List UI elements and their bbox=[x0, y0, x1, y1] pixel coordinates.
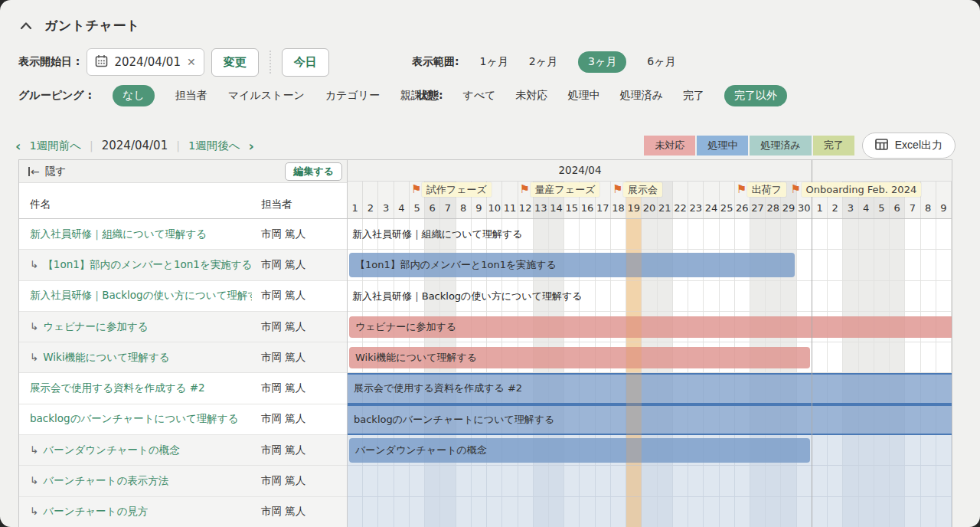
prev-week-chevron-icon[interactable]: ‹ bbox=[15, 138, 21, 154]
day-cell bbox=[843, 497, 858, 527]
issue-title-link[interactable]: ↳バーンダウンチャートの概念 bbox=[30, 444, 180, 457]
issue-title-link[interactable]: 新入社員研修｜組織について理解する bbox=[30, 227, 207, 241]
day-header-cell: 2 bbox=[363, 199, 378, 218]
milestone-label-3[interactable]: 出荷フ bbox=[747, 182, 786, 197]
assignee-name: 市岡 篤人 bbox=[261, 412, 305, 426]
grouping-option-3[interactable]: カテゴリー bbox=[325, 89, 380, 103]
day-cell bbox=[905, 281, 920, 312]
day-cell bbox=[626, 497, 642, 527]
grouping-option-1[interactable]: 担当者 bbox=[175, 89, 207, 103]
start-date-input[interactable]: 2024/04/01 ✕ bbox=[87, 48, 204, 76]
column-header-assignee: 担当者 bbox=[261, 198, 292, 211]
day-cell bbox=[394, 497, 410, 527]
day-cell bbox=[596, 281, 611, 312]
status-option-3[interactable]: 処理済み bbox=[620, 89, 663, 103]
issue-title-link[interactable]: 展示会で使用する資料を作成する #2 bbox=[30, 381, 205, 395]
edit-button[interactable]: 編集する bbox=[285, 162, 342, 181]
issue-label-in-chart: 新入社員研修｜Backlogの使い方について理解する bbox=[352, 290, 583, 303]
today-button[interactable]: 今日 bbox=[282, 48, 329, 77]
task-bar-6[interactable]: backlogのバーンチャートについて理解する bbox=[348, 404, 952, 435]
milestone-flag-icon[interactable]: ⚑ bbox=[411, 182, 421, 197]
status-option-1[interactable]: 未対応 bbox=[516, 89, 548, 103]
status-option-5[interactable]: 完了以外 bbox=[724, 85, 787, 106]
day-cell bbox=[425, 497, 440, 527]
day-cell bbox=[534, 219, 549, 250]
issue-title-link[interactable]: backlogのバーンチャートについて理解する bbox=[30, 412, 238, 426]
clear-date-icon[interactable]: ✕ bbox=[187, 56, 196, 68]
milestone-label-0[interactable]: 試作フェーズ bbox=[422, 182, 492, 197]
gantt-chart-panel: ガントチャート 表示開始日 : 2024/04/01 ✕ 変更 今日 表示範囲:… bbox=[0, 0, 980, 527]
range-option-0[interactable]: 1ヶ月 bbox=[480, 55, 508, 69]
day-header-cell: 7 bbox=[905, 199, 920, 218]
issue-title-link[interactable]: 新入社員研修｜Backlogの使い方について理解する bbox=[30, 289, 252, 303]
next-week-chevron-icon[interactable]: › bbox=[248, 138, 253, 154]
milestone-label-4[interactable]: Onboarding Feb. 2024 bbox=[802, 182, 922, 197]
day-cell bbox=[348, 466, 363, 496]
day-cell bbox=[688, 497, 704, 527]
day-header-cell: 3 bbox=[843, 199, 858, 218]
day-cell bbox=[766, 219, 781, 250]
issue-title-link[interactable]: ↳ウェビナーに参加する bbox=[30, 320, 149, 334]
day-header-cell bbox=[394, 182, 410, 199]
day-cell bbox=[797, 497, 812, 527]
grouping-option-2[interactable]: マイルストーン bbox=[228, 89, 305, 103]
issue-title-link[interactable]: ↳バーンチャートの表示方法 bbox=[30, 474, 168, 488]
grouping-option-0[interactable]: なし bbox=[113, 85, 155, 106]
day-cell bbox=[890, 219, 905, 250]
next-week-link[interactable]: 1週間後へ bbox=[188, 139, 240, 153]
day-cell bbox=[394, 466, 410, 496]
prev-week-link[interactable]: 1週間前へ bbox=[29, 139, 81, 153]
task-bar-5[interactable]: 展示会で使用する資料を作成する #2 bbox=[348, 373, 952, 404]
day-cell bbox=[658, 219, 673, 250]
day-cell bbox=[642, 219, 657, 250]
day-cell bbox=[859, 435, 874, 466]
hide-panel-button[interactable]: ← 隠す bbox=[28, 165, 66, 178]
status-option-0[interactable]: すべて bbox=[463, 89, 496, 103]
milestone-label-1[interactable]: 量産フェーズ bbox=[531, 182, 600, 197]
day-cell bbox=[410, 497, 425, 527]
range-filter-group: 表示範囲: 1ヶ月2ヶ月3ヶ月6ヶ月 bbox=[412, 47, 676, 77]
gantt-row-2: 新入社員研修｜Backlogの使い方について理解する bbox=[348, 281, 952, 312]
issue-list-panel: ← 隠す 編集する 件名 担当者 新入社員研修｜組織について理解する市岡 篤人↳… bbox=[19, 160, 348, 527]
day-cell bbox=[874, 219, 890, 250]
task-bar-3[interactable]: ウェビナーに参加する bbox=[349, 316, 952, 338]
status-option-4[interactable]: 完了 bbox=[683, 89, 704, 103]
gantt-row-5: 展示会で使用する資料を作成する #2 bbox=[348, 373, 952, 404]
day-cell bbox=[440, 497, 456, 527]
collapse-chevron-icon[interactable] bbox=[20, 21, 32, 30]
status-legend: 未対応処理中処理済み完了 bbox=[644, 136, 854, 155]
day-cell bbox=[828, 435, 843, 466]
day-header-cell: 11 bbox=[502, 199, 518, 218]
task-bar-4[interactable]: Wiki機能について理解する bbox=[349, 347, 810, 368]
issue-title-link[interactable]: ↳Wiki機能について理解する bbox=[30, 351, 170, 365]
day-cell bbox=[611, 497, 626, 527]
legend-chip-0: 未対応 bbox=[644, 136, 695, 155]
nav-divider: | bbox=[90, 139, 93, 152]
day-cell bbox=[596, 219, 611, 250]
milestone-flag-icon[interactable]: ⚑ bbox=[612, 182, 622, 197]
day-header-cell bbox=[378, 182, 394, 199]
day-header-cell bbox=[688, 182, 704, 199]
day-header-cell: 17 bbox=[596, 199, 611, 218]
milestone-flag-icon[interactable]: ⚑ bbox=[791, 182, 801, 197]
excel-export-button[interactable]: Excel出力 bbox=[862, 133, 956, 159]
day-cell bbox=[890, 342, 905, 373]
milestone-flag-icon[interactable]: ⚑ bbox=[737, 182, 746, 197]
task-bar-1[interactable]: 【1on1】部内のメンバーと1on1を実施する bbox=[349, 253, 795, 277]
day-cell bbox=[905, 497, 920, 527]
day-cell bbox=[673, 497, 688, 527]
status-option-2[interactable]: 処理中 bbox=[568, 89, 600, 103]
issue-title-link[interactable]: ↳【1on1】部内のメンバーと1on1を実施する bbox=[30, 258, 252, 272]
issue-title-link[interactable]: ↳バーンチャートの見方 bbox=[30, 505, 148, 519]
task-bar-7[interactable]: バーンダウンチャートの概念 bbox=[349, 438, 810, 463]
range-option-2[interactable]: 3ヶ月 bbox=[578, 51, 626, 73]
day-header-cell: 22 bbox=[673, 199, 688, 218]
milestone-label-2[interactable]: 展示会 bbox=[623, 182, 662, 197]
day-cell bbox=[890, 497, 905, 527]
day-header-cell: 5 bbox=[410, 199, 425, 218]
range-option-1[interactable]: 2ヶ月 bbox=[529, 55, 557, 69]
range-option-3[interactable]: 6ヶ月 bbox=[647, 55, 675, 69]
change-button[interactable]: 変更 bbox=[211, 48, 259, 77]
day-header-cell: 24 bbox=[704, 199, 719, 218]
milestone-flag-icon[interactable]: ⚑ bbox=[520, 182, 530, 197]
